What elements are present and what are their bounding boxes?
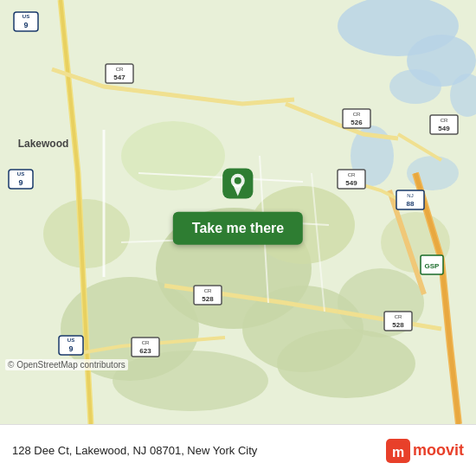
svg-text:CR: CR [348,172,356,177]
svg-point-16 [113,351,268,411]
svg-text:9: 9 [68,344,73,353]
svg-text:9: 9 [18,178,23,187]
svg-text:Lakewood: Lakewood [18,138,69,150]
osm-attribution: © OpenStreetMap contributors [5,359,128,370]
svg-text:9: 9 [23,21,28,29]
svg-text:GSP: GSP [425,262,441,270]
address-text: 128 Dee Ct, Lakewood, NJ 08701, New York… [12,444,257,457]
svg-text:549: 549 [438,125,450,132]
svg-text:528: 528 [202,295,214,303]
svg-text:623: 623 [139,347,151,355]
moovit-logo-icon: m [386,439,410,463]
svg-text:CR: CR [204,288,212,293]
take-me-there-button[interactable]: Take me there [173,212,303,245]
svg-point-11 [43,199,130,268]
svg-text:US: US [17,171,24,177]
svg-text:CR: CR [353,112,361,117]
svg-point-6 [407,156,459,190]
svg-text:CR: CR [441,118,448,123]
svg-point-3 [389,69,441,104]
svg-text:NJ: NJ [407,193,413,198]
svg-text:CR: CR [395,314,402,319]
svg-text:m: m [392,445,404,460]
svg-text:526: 526 [351,119,363,126]
moovit-brand-text: moovit [413,441,464,460]
svg-text:US: US [68,338,74,343]
map-container: US 9 US 9 US 9 CR 547 CR 526 CR 549 CR 5… [0,0,476,424]
svg-text:547: 547 [113,74,125,81]
svg-point-15 [277,329,415,398]
bottom-bar: 128 Dee Ct, Lakewood, NJ 08701, New York… [0,424,476,476]
svg-text:528: 528 [392,321,404,329]
svg-text:CR: CR [142,340,150,345]
svg-text:88: 88 [407,200,415,208]
svg-text:549: 549 [345,179,357,187]
moovit-logo: m moovit [386,439,464,463]
svg-text:US: US [23,14,29,19]
svg-text:CR: CR [116,67,124,72]
svg-point-14 [121,121,225,190]
